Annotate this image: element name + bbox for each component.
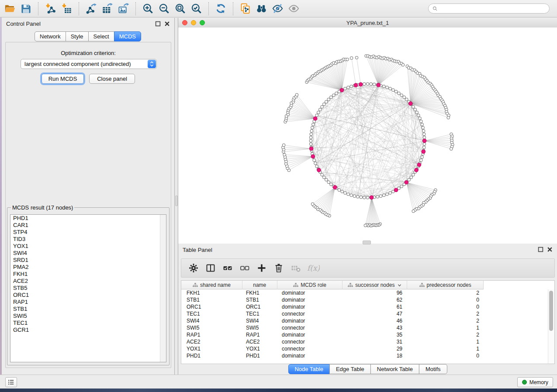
table-cell[interactable]: dominator	[277, 297, 343, 303]
mcds-result-item[interactable]: FKH1	[10, 271, 166, 278]
table-scrollbar[interactable]	[548, 289, 554, 364]
table-cell[interactable]: 2	[408, 311, 484, 317]
table-cell[interactable]: PHD1	[181, 353, 242, 359]
mcds-result-item[interactable]: YOX1	[10, 243, 166, 250]
table-row[interactable]: FKH1FKH1dominator962	[181, 289, 484, 296]
table-cell[interactable]: 0	[408, 297, 484, 303]
table-cell[interactable]: TEC1	[242, 311, 277, 317]
table-cell[interactable]: RAP1	[181, 332, 242, 338]
column-header-mcds-role[interactable]: MCDS role	[277, 281, 343, 289]
table-cell[interactable]: ACE2	[242, 339, 277, 345]
show-all-button[interactable]	[286, 1, 302, 16]
mcds-result-item[interactable]: PMA2	[10, 264, 166, 271]
mcds-result-item[interactable]: ACE2	[10, 278, 166, 285]
optimization-criterion-select[interactable]: largest connected component (undirected)	[21, 59, 157, 69]
delete-columns-button[interactable]	[270, 260, 287, 276]
table-cell[interactable]: YOX1	[242, 346, 277, 352]
mcds-result-list[interactable]: PHD1CAR1STP4TID3YOX1SWI4SRD1PMA2FKH1ACE2…	[10, 214, 166, 362]
table-cell[interactable]: SWI5	[242, 325, 277, 331]
mcds-result-item[interactable]: STP4	[10, 229, 166, 236]
zoom-selected-region-button[interactable]	[188, 1, 204, 16]
table-cell[interactable]: 0	[408, 304, 484, 310]
table-cell[interactable]: SWI4	[242, 318, 277, 324]
table-cell[interactable]: 0	[408, 353, 484, 359]
run-mcds-button[interactable]: Run MCDS	[42, 74, 84, 84]
zoom-out-button[interactable]	[156, 1, 172, 16]
column-header-name[interactable]: name	[242, 281, 277, 289]
table-cell[interactable]: dominator	[277, 318, 343, 324]
mcds-result-item[interactable]: PHD1	[10, 215, 166, 222]
table-cell[interactable]: YOX1	[181, 346, 242, 352]
table-row[interactable]: YOX1YOX1connector291	[181, 345, 484, 352]
column-header-predecessor-nodes[interactable]: predecessor nodes	[407, 281, 483, 289]
table-row[interactable]: SWI5SWI5connector431	[181, 324, 484, 331]
mcds-list-scrollbar[interactable]	[160, 215, 166, 362]
zoom-window-icon[interactable]	[200, 20, 205, 25]
mcds-result-item[interactable]: STB5	[10, 285, 166, 292]
mcds-result-item[interactable]: RAP1	[10, 299, 166, 306]
table-cell[interactable]: SWI4	[181, 318, 242, 324]
mcds-result-item[interactable]: GCR1	[10, 327, 166, 334]
table-cell[interactable]: STB1	[242, 297, 277, 303]
export-table-button[interactable]	[99, 1, 115, 16]
table-row[interactable]: ORC1ORC1dominator610	[181, 303, 484, 310]
minimize-window-icon[interactable]	[191, 20, 196, 25]
network-canvas[interactable]	[178, 28, 557, 244]
tab-edge-table[interactable]: Edge Table	[329, 364, 371, 374]
table-mode-button[interactable]	[185, 260, 202, 276]
mcds-result-item[interactable]: TEC1	[10, 320, 166, 327]
search-input[interactable]	[440, 5, 546, 12]
tab-select[interactable]: Select	[88, 31, 114, 41]
table-cell[interactable]: 2	[408, 332, 484, 338]
table-cell[interactable]: ORC1	[242, 304, 277, 310]
new-network-from-selection-button[interactable]	[237, 1, 253, 16]
close-panel-button[interactable]: Close panel	[89, 74, 135, 84]
mcds-result-item[interactable]: SRD1	[10, 257, 166, 264]
memory-button[interactable]: Memory	[517, 377, 553, 387]
table-cell[interactable]: connector	[277, 325, 343, 331]
table-cell[interactable]: 2	[408, 318, 484, 324]
table-cell[interactable]: RAP1	[242, 332, 277, 338]
table-cell[interactable]: FKH1	[181, 290, 242, 296]
float-panel-icon[interactable]	[155, 21, 161, 27]
close-panel-icon[interactable]	[547, 247, 553, 252]
select-all-columns-button[interactable]	[219, 260, 236, 276]
tab-node-table[interactable]: Node Table	[288, 364, 330, 374]
table-cell[interactable]: dominator	[277, 332, 343, 338]
network-graph[interactable]	[178, 28, 557, 244]
open-file-button[interactable]	[2, 1, 18, 16]
table-cell[interactable]: 1	[408, 339, 484, 345]
table-row[interactable]: SWI4SWI4dominator462	[181, 317, 484, 324]
table-cell[interactable]: dominator	[277, 353, 343, 359]
close-window-icon[interactable]	[182, 20, 187, 25]
table-cell[interactable]: 46	[343, 318, 408, 324]
vertical-splitter[interactable]	[175, 18, 178, 375]
table-cell[interactable]: 35	[343, 332, 408, 338]
table-cell[interactable]: ACE2	[181, 339, 242, 345]
hide-selected-button[interactable]	[270, 1, 286, 16]
column-header-successor-nodes[interactable]: successor nodes	[343, 281, 407, 289]
function-builder-button[interactable]: f(x)	[304, 260, 321, 276]
table-cell[interactable]: connector	[277, 346, 343, 352]
table-cell[interactable]: 61	[343, 304, 408, 310]
table-cell[interactable]: 62	[343, 297, 408, 303]
find-network-button[interactable]	[253, 1, 270, 16]
mcds-result-item[interactable]: SWI5	[10, 313, 166, 320]
import-table-from-file-button[interactable]	[59, 1, 75, 16]
table-cell[interactable]: 96	[343, 290, 408, 296]
table-cell[interactable]: 47	[343, 311, 408, 317]
float-panel-icon[interactable]	[538, 247, 543, 252]
table-cell[interactable]: ORC1	[181, 304, 242, 310]
table-cell[interactable]: dominator	[277, 304, 343, 310]
table-row[interactable]: STB1STB1dominator620	[181, 296, 484, 303]
table-cell[interactable]: FKH1	[242, 290, 277, 296]
delete-table-button[interactable]	[287, 260, 304, 276]
table-row[interactable]: ACE2ACE2connector311	[181, 338, 484, 345]
table-cell[interactable]: dominator	[277, 290, 343, 296]
table-cell[interactable]: 2	[408, 290, 484, 296]
table-cell[interactable]: connector	[277, 339, 343, 345]
table-cell[interactable]: 43	[343, 325, 408, 331]
table-row[interactable]: TEC1TEC1connector472	[181, 310, 484, 317]
table-cell[interactable]: TEC1	[181, 311, 242, 317]
close-panel-icon[interactable]	[164, 21, 170, 27]
